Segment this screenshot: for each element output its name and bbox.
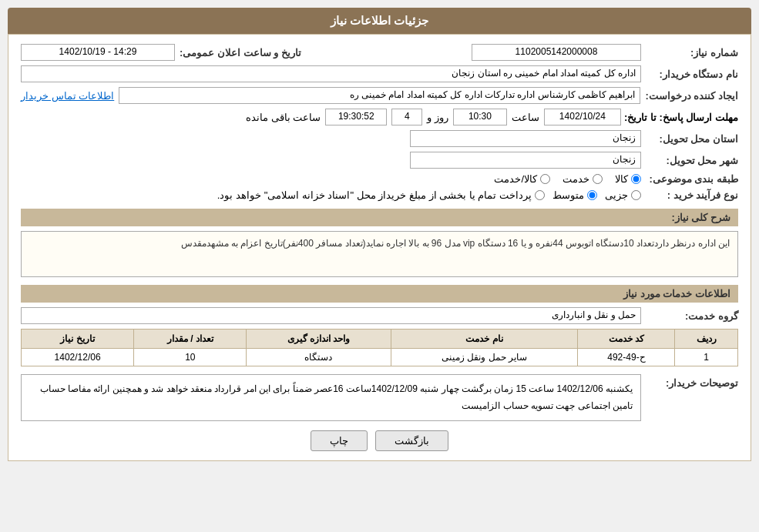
farayand-esnad-label: پرداخت تمام یا بخشی از مبلغ خریداز محل "…	[217, 189, 532, 201]
noeFarayand-label: نوع فرآیند خرید :	[646, 189, 738, 201]
tabaqe-kala: کالا	[615, 173, 641, 185]
shahr-label: شهر محل تحویل:	[646, 155, 738, 166]
tabaqe-khedmat-label: خدمت	[563, 173, 589, 185]
mohlat-remaining: 19:30:52	[325, 109, 387, 125]
goroh-label: گروه خدمت:	[646, 310, 738, 322]
tabaqe-kala-radio[interactable]	[631, 174, 641, 184]
ostan-value: زنجان	[410, 130, 641, 147]
tabaqe-radio-group: کالا خدمت کالا/خدمت	[494, 173, 641, 185]
namDastgah-value: اداره کل کمیته امداد امام خمینی ره استان…	[21, 65, 641, 82]
col-nam: نام خدمت	[391, 330, 578, 349]
tarikh-value: 1402/10/19 - 14:29	[21, 44, 175, 61]
cell-vahed: دستگاه	[247, 349, 391, 366]
farayand-esnad-radio[interactable]	[535, 190, 545, 200]
tabaqe-kala-khedmat: کالا/خدمت	[494, 173, 550, 185]
farayand-motavasset: متوسط	[552, 189, 597, 201]
shomareNiaz-label: شماره نیاز:	[646, 47, 738, 59]
mohlat-roz: 4	[391, 109, 422, 125]
roz-label: روز و	[427, 112, 448, 123]
khadamat-section-title: اطلاعات خدمات مورد نیاز	[21, 285, 738, 303]
cell-tedad: 10	[134, 349, 247, 366]
mohlat-label: مهلت ارسال پاسخ: تا تاریخ:	[624, 112, 738, 123]
table-row: 1ح-49-492سایر حمل ونقل زمینیدستگاه101402…	[22, 349, 738, 366]
ijadKonnande-label: ایجاد کننده درخواست:	[645, 90, 738, 102]
buttons-row: بازگشت چاپ	[21, 430, 738, 451]
mohlat-date: 1402/10/24	[544, 109, 621, 125]
farayand-motavasset-label: متوسط	[552, 189, 584, 201]
col-radif: ردیف	[675, 330, 738, 349]
print-button[interactable]: چاپ	[311, 430, 368, 451]
shahr-value: زنجان	[410, 152, 641, 169]
cell-kod: ح-49-492	[578, 349, 675, 366]
farayand-jozi-radio[interactable]	[631, 190, 641, 200]
mohlat-saat: 10:30	[453, 109, 507, 125]
shomareNiaz-value: 1102005142000008	[472, 44, 641, 61]
namDastgah-label: نام دستگاه خریدار:	[646, 69, 738, 80]
farayand-motavasset-radio[interactable]	[587, 190, 597, 200]
tosih-value: یکشنبه 1402/12/06 ساعت 15 زمان برگشت چها…	[21, 374, 641, 421]
farayand-jozi-label: جزیی	[605, 189, 628, 201]
farayand-jozi: جزیی	[605, 189, 641, 201]
cell-tarikh: 1402/12/06	[22, 349, 134, 366]
page-header: جزئیات اطلاعات نیاز	[8, 8, 751, 34]
col-vahed: واحد اندازه گیری	[247, 330, 391, 349]
services-table: ردیف کد خدمت نام خدمت واحد اندازه گیری ت…	[21, 329, 738, 366]
sharh-label: شرح کلی نیاز:	[671, 212, 730, 223]
ostan-label: استان محل تحویل:	[646, 133, 738, 145]
tabaqe-kala-label: کالا	[615, 173, 628, 185]
contact-link[interactable]: اطلاعات تماس خریدار	[21, 90, 114, 102]
col-kod: کد خدمت	[578, 330, 675, 349]
goroh-value: حمل و نقل و انبارداری	[21, 307, 641, 324]
col-tarikh: تاریخ نیاز	[22, 330, 134, 349]
remaining-label: ساعت باقی مانده	[246, 112, 321, 123]
ijadKonnande-value: ابراهیم کاظمی کارشناس اداره تداركات ادار…	[119, 87, 640, 104]
tarikh-label: تاریخ و ساعت اعلان عمومی:	[180, 47, 309, 59]
saat-label: ساعت	[512, 112, 539, 123]
sharh-section-title: شرح کلی نیاز:	[21, 209, 738, 226]
tabaqe-khedmat-radio[interactable]	[593, 174, 603, 184]
tabaqe-label: طبقه بندی موضوعی:	[646, 173, 738, 185]
sharh-value: این اداره درنظر داردتعداد 10دستگاه اتوبو…	[21, 231, 738, 277]
cell-nam: سایر حمل ونقل زمینی	[391, 349, 578, 366]
col-tedad: تعداد / مقدار	[134, 330, 247, 349]
tabaqe-kala-khedmat-label: کالا/خدمت	[494, 173, 537, 185]
tosih-label: توصیحات خریدار:	[646, 374, 738, 389]
noeFarayand-radio-group: جزیی متوسط پرداخت تمام یا بخشی از مبلغ خ…	[217, 189, 641, 201]
cell-radif: 1	[675, 349, 738, 366]
farayand-esnad: پرداخت تمام یا بخشی از مبلغ خریداز محل "…	[217, 189, 545, 201]
tabaqe-khedmat: خدمت	[563, 173, 603, 185]
tabaqe-kala-khedmat-radio[interactable]	[540, 174, 550, 184]
page-title: جزئیات اطلاعات نیاز	[331, 14, 428, 27]
back-button[interactable]: بازگشت	[375, 430, 448, 451]
